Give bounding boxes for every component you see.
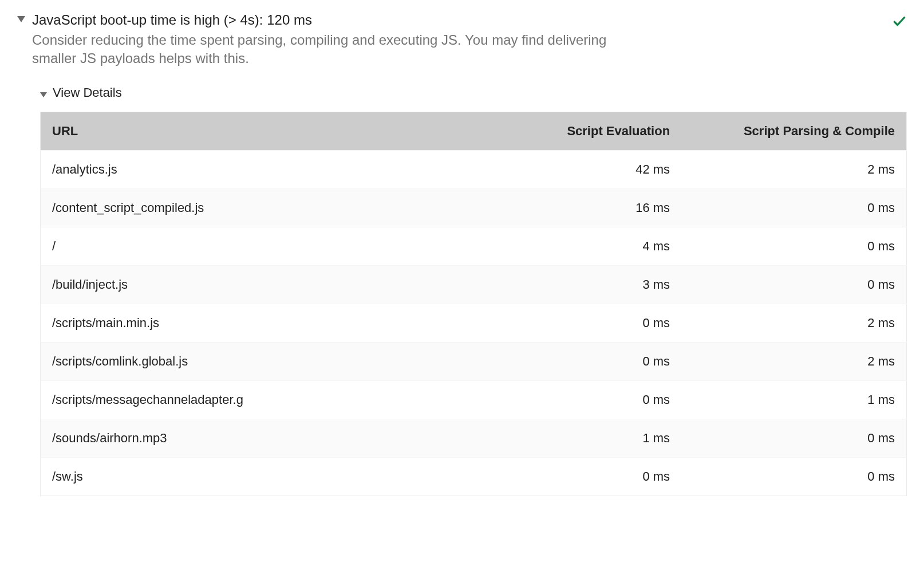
table-row: /4 ms0 ms [41, 227, 907, 265]
table-row: /sw.js0 ms0 ms [41, 457, 907, 496]
cell-eval: 1 ms [456, 419, 681, 457]
bootup-time-table: URL Script Evaluation Script Parsing & C… [40, 112, 907, 496]
cell-url: /sounds/airhorn.mp3 [41, 419, 456, 457]
cell-eval: 0 ms [456, 304, 681, 342]
cell-parse: 2 ms [681, 342, 906, 380]
column-header-eval: Script Evaluation [456, 112, 681, 150]
table-row: /scripts/main.min.js0 ms2 ms [41, 304, 907, 342]
audit-title: JavaScript boot-up time is high (> 4s): … [32, 11, 907, 29]
audit-expand-toggle-icon[interactable] [17, 16, 25, 22]
cell-parse: 1 ms [681, 380, 906, 419]
column-header-parse: Script Parsing & Compile [681, 112, 906, 150]
details-expand-toggle-icon [40, 92, 47, 97]
cell-parse: 0 ms [681, 457, 906, 496]
table-row: /scripts/messagechanneladapter.g0 ms1 ms [41, 380, 907, 419]
table-row: /analytics.js42 ms2 ms [41, 150, 907, 188]
details-toggle[interactable]: View Details [40, 85, 907, 100]
cell-url: /analytics.js [41, 150, 456, 188]
cell-eval: 0 ms [456, 342, 681, 380]
cell-url: /sw.js [41, 457, 456, 496]
cell-eval: 4 ms [456, 227, 681, 265]
audit-description: Consider reducing the time spent parsing… [32, 31, 639, 68]
cell-url: /build/inject.js [41, 265, 456, 304]
status-pass-icon [892, 14, 907, 29]
details-label: View Details [53, 85, 122, 100]
cell-url: /scripts/messagechanneladapter.g [41, 380, 456, 419]
table-row: /content_script_compiled.js16 ms0 ms [41, 188, 907, 227]
table-row: /scripts/comlink.global.js0 ms2 ms [41, 342, 907, 380]
cell-url: /scripts/comlink.global.js [41, 342, 456, 380]
table-row: /build/inject.js3 ms0 ms [41, 265, 907, 304]
cell-parse: 0 ms [681, 419, 906, 457]
cell-eval: 3 ms [456, 265, 681, 304]
column-header-url: URL [41, 112, 456, 150]
audit-item: JavaScript boot-up time is high (> 4s): … [17, 11, 907, 496]
cell-eval: 0 ms [456, 380, 681, 419]
cell-parse: 0 ms [681, 265, 906, 304]
cell-parse: 2 ms [681, 304, 906, 342]
cell-url: / [41, 227, 456, 265]
cell-parse: 0 ms [681, 227, 906, 265]
cell-url: /content_script_compiled.js [41, 188, 456, 227]
cell-eval: 0 ms [456, 457, 681, 496]
cell-parse: 0 ms [681, 188, 906, 227]
cell-eval: 16 ms [456, 188, 681, 227]
audit-details: View Details URL Script Evaluation Scrip… [40, 85, 907, 496]
cell-eval: 42 ms [456, 150, 681, 188]
cell-url: /scripts/main.min.js [41, 304, 456, 342]
table-row: /sounds/airhorn.mp31 ms0 ms [41, 419, 907, 457]
cell-parse: 2 ms [681, 150, 906, 188]
